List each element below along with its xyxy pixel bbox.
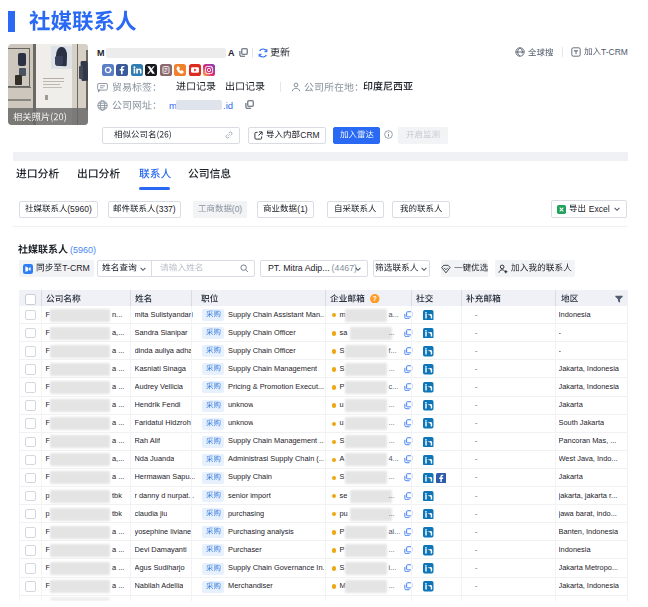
svg-text:?: ? xyxy=(373,295,377,302)
